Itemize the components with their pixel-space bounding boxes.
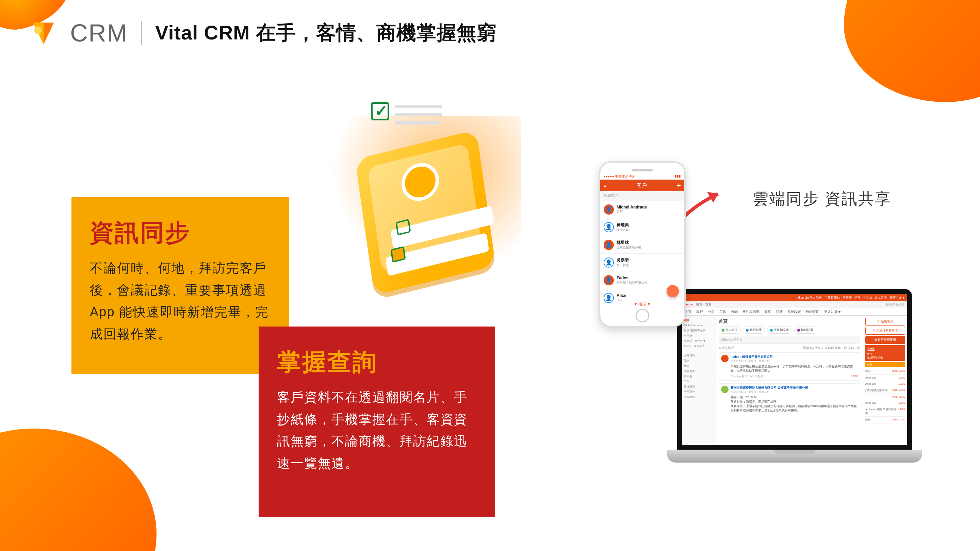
sidebar-filter[interactable]: 客戶評分 <box>684 389 714 394</box>
sidebar-filter[interactable]: 系統標籤 <box>684 395 714 400</box>
event-row[interactable]: 6/25 15:00 <box>865 394 905 400</box>
contact-row[interactable]: 👤 黃麗美 縱橫資訊 <box>600 218 684 236</box>
card-heading: 掌握查詢 <box>277 346 478 378</box>
sidebar-filter[interactable]: 最近更新 <box>684 384 714 389</box>
nav-item[interactable]: 行銷 <box>731 310 738 314</box>
collapse-calendar-button[interactable]: 收起行事曆事項 <box>865 336 905 344</box>
topnav-item[interactable]: Alice Lin 個人儀表 <box>797 295 822 300</box>
nav-item[interactable]: 事件與活動 <box>743 310 759 314</box>
avatar-icon: 👤 <box>604 275 614 285</box>
avatar-icon: 👤 <box>604 205 614 214</box>
stat-card: 123當月群組與年紀數 <box>865 345 905 361</box>
card-body: 客戶資料不在透過翻閱名片、手抄紙條，手機掌握在手、客資資訊無窮，不論商機、拜訪紀… <box>277 386 478 474</box>
breadcrumb: Demo 總表 > 首頁 搜尋整個網站 <box>682 301 907 308</box>
sidebar-item[interactable]: 吳嘉雯 · 群升科技 <box>684 338 714 343</box>
nav-item[interactable]: 系統設定 <box>788 310 801 314</box>
sidebar-filter[interactable]: 業務進度 <box>684 369 714 374</box>
header-divider <box>141 21 142 45</box>
page-title: Vital CRM 在手，客情、商機掌握無窮 <box>155 20 497 46</box>
contact-row[interactable]: 👤 林星球 縱橫電腦資訊公司 <box>600 236 684 254</box>
filter-label[interactable]: ◎成交客戶 <box>719 346 734 349</box>
feed-post[interactable]: Fades · 縱橫電子股份有限公司 ◎ 2018/6/11 · 業務部 · 業… <box>719 353 860 381</box>
nav-item[interactable]: 洞察 <box>764 310 771 314</box>
main-content: 首頁 個人近況客戶記事天氣與空氣協助記事 請輸入記事內容 ◎成交客戶 顯示 My… <box>716 316 863 445</box>
search-input[interactable]: 搜尋客戶 <box>600 191 684 201</box>
sidebar-item[interactable]: 林星球 <box>684 333 714 338</box>
nav-item[interactable]: 工作 <box>719 310 726 314</box>
top-nav: Alice Lin 個人儀表主要時間軸行事曆信件7 FAQ線上客服繁體中文 ▾ <box>682 294 907 301</box>
topnav-item[interactable]: 主要時間軸 <box>824 295 840 300</box>
avatar-icon: 👤 <box>604 257 614 268</box>
sidebar-item[interactable]: Fades · 縱橫電子 <box>684 343 714 349</box>
nav-item[interactable]: 公司 <box>708 310 714 314</box>
decor-blob-top-right <box>844 0 980 102</box>
event-row[interactable]: Alice Lin10:00 <box>865 375 905 381</box>
sidebar-item[interactable]: Michel Andrade <box>684 323 714 328</box>
sidebar: 標籤Michel Andrade縱橫資訊有限公司林星球吳嘉雯 · 群升科技Fad… <box>682 316 716 445</box>
post-author: 臺南市勝票樂製造大股份有限公司 縱橫電子股份有限公司 <box>730 386 858 390</box>
contact-name: Alice <box>617 293 627 298</box>
contact-sub: 縱橫電子股份有限公司 <box>617 280 647 285</box>
filter-scope[interactable]: 顯示 My 所有人 業務部 業務一部 業務二部 <box>803 346 861 350</box>
sidebar-filter[interactable]: 工作 <box>684 379 714 384</box>
sidebar-filter[interactable]: 待回覆 <box>684 374 714 379</box>
tab-item[interactable]: 協助記事 <box>794 327 816 333</box>
phone-status-bar: ●●●●● 中華電信 4G ▮▮▮ <box>604 174 681 179</box>
topnav-item[interactable]: 7 FAQ <box>863 296 872 299</box>
contact-row[interactable]: 👤 Michel Andrade 客戶 <box>600 201 684 218</box>
sidebar-item[interactable]: 縱橫資訊有限公司 <box>684 328 714 333</box>
sidebar-filter[interactable]: 記事 <box>684 358 714 363</box>
feed-list: Fades · 縱橫電子股份有限公司 ◎ 2018/6/11 · 業務部 · 業… <box>719 353 860 415</box>
home-button-icon[interactable] <box>636 309 649 322</box>
main-heading: 首頁 <box>719 318 860 324</box>
tab-item[interactable]: 天氣與空氣 <box>767 327 792 333</box>
brand-small: Demo <box>685 303 693 306</box>
nav-item[interactable]: 行銷頁面 <box>806 310 819 314</box>
event-row[interactable]: 測試8:58 12:00 <box>865 368 905 375</box>
decor-blob-bottom-left <box>0 429 156 551</box>
global-search[interactable]: 搜尋整個網站 <box>886 302 904 307</box>
sync-label: 雲端同步 資訊共享 <box>753 189 891 210</box>
card-heading: 資訊同步 <box>90 217 272 249</box>
menu-icon[interactable]: ≡ <box>604 183 607 189</box>
contact-name: Fades <box>617 275 647 280</box>
feed-post[interactable]: 臺南市勝票樂製造大股份有限公司 縱橫電子股份有限公司 ◎ 2018/6/11 ·… <box>719 383 860 415</box>
nav-item[interactable]: 更多功能 ▾ <box>824 310 840 314</box>
sidebar-filter[interactable]: 標籤 <box>684 364 714 369</box>
breadcrumb-text: 總表 > 首頁 <box>696 303 711 306</box>
add-event-button[interactable]: ✎ 新增行事曆事項 <box>865 327 905 335</box>
nav-item[interactable]: 首頁 <box>685 310 692 314</box>
header: CRM Vital CRM 在手，客情、商機掌握無窮 <box>30 19 497 47</box>
contact-name: 林星球 <box>617 240 641 246</box>
nav-item[interactable]: 客戶 <box>696 310 703 314</box>
fab-button[interactable] <box>667 285 679 297</box>
card-body: 不論何時、何地，拜訪完客戶後，會議記錄、重要事項透過 App 能快速即時新增完畢… <box>90 257 272 345</box>
tab-item[interactable]: 個人近況 <box>719 327 741 333</box>
topnav-item[interactable]: 繁體中文 ▾ <box>889 295 904 300</box>
brand-text: CRM <box>70 19 128 47</box>
event-row[interactable]: 開會8/30 12:00 <box>865 417 905 424</box>
event-row[interactable]: 聽取電腦資訊簡報6/19 12:00 <box>865 387 905 394</box>
add-icon[interactable]: + <box>677 182 681 189</box>
list-footer[interactable]: ▼ 檢視 ▼ <box>600 302 684 307</box>
info-card-sync: 資訊同步 不論何時、何地，拜訪完客戶後，會議記錄、重要事項透過 App 能快速即… <box>72 197 289 374</box>
tab-item[interactable]: 客戶記事 <box>743 327 765 333</box>
contact-row[interactable]: 👤 吳嘉雯 群升科技 <box>600 254 684 272</box>
event-row[interactable]: ► Fades 開發業務拜訪方案11:00 <box>865 406 905 417</box>
mobile-app-mock: ●●●●● 中華電信 4G ▮▮▮ ≡ 客戶 + 搜尋客戶 👤 Michel A… <box>599 161 686 327</box>
sidebar-filter[interactable]: 全部資料 <box>684 353 714 358</box>
event-row[interactable]: Alice Lin12:20 <box>865 381 905 387</box>
topnav-item[interactable]: 線上客服 <box>875 295 887 300</box>
post-body: 聯絡日期：2018/7/1 拜訪對象：陳課長、產品部門經理 業務進度：上週業務拜… <box>730 395 858 413</box>
decor-lines <box>395 105 442 124</box>
nav-item[interactable]: 商機 <box>776 310 783 314</box>
add-customer-button[interactable]: ✎ 新增客戶 <box>865 318 905 326</box>
avatar-icon: 👤 <box>604 240 614 250</box>
app-bar: ≡ 客戶 + <box>600 179 684 191</box>
sidebar-section: 標籤 <box>684 318 714 323</box>
topnav-item[interactable]: 行事曆 <box>843 295 852 300</box>
topnav-item[interactable]: 信件 <box>854 295 861 300</box>
contact-sub: 縱橫電腦資訊公司 <box>617 246 641 250</box>
event-row[interactable]: Alice Lin10:00 <box>865 400 905 406</box>
feed-search-input[interactable]: 請輸入記事內容 <box>719 336 860 344</box>
